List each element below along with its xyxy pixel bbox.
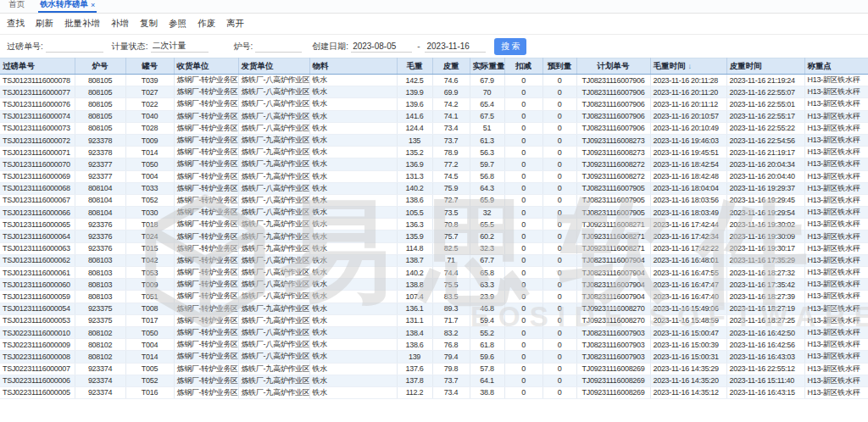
tab-molten-iron-transfer-weigh-order[interactable]: 铁水转序磅单 × xyxy=(38,0,97,13)
col-header-expected[interactable]: 预到量 xyxy=(542,58,576,75)
cell-expected: 0 xyxy=(542,242,576,254)
cell-weigh-no: TSJ02231116000010 xyxy=(0,326,75,338)
table-row[interactable]: TSJ02231116000008808102T014炼钢厂-转炉业务区炼铁厂-… xyxy=(0,351,868,363)
cell-gross: 131.3 xyxy=(397,170,432,182)
cell-sender: 炼铁厂-八高炉作业区 xyxy=(238,86,309,98)
cell-weigh-point: H13-新区铁水秤 xyxy=(804,207,868,219)
cell-net: 67.5 xyxy=(470,110,504,122)
table-row[interactable]: TSJ01231116000063923376T015炼钢厂-转炉业务区炼铁厂-… xyxy=(0,242,868,254)
col-header-material[interactable]: 物料 xyxy=(309,58,397,75)
tab-home[interactable]: 首页 xyxy=(7,0,26,13)
table-row[interactable]: TSJ01231116000073808105T028炼钢厂-转炉业务区炼铁厂-… xyxy=(0,122,868,134)
table-row[interactable]: TSJ01231116000072923378T009炼钢厂-转炉业务区炼铁厂-… xyxy=(0,134,868,146)
cell-net: 59.4 xyxy=(470,314,504,326)
cell-weigh-point: H13-新区铁水秤 xyxy=(804,110,868,122)
cell-gross: 139 xyxy=(397,351,432,363)
cell-weigh-no: TSJ01231116000071 xyxy=(0,147,75,158)
cell-tare-time: 2023-11-16 20:04:34 xyxy=(726,158,804,170)
weigh-orders-grid: 过磅单号炉号罐号收货单位发货单位物料毛重皮重实际重量扣减预到量计划单号毛重时间↓… xyxy=(0,58,868,399)
col-header-furnace-no[interactable]: 炉号 xyxy=(75,58,125,75)
col-header-tare[interactable]: 皮重 xyxy=(432,58,470,75)
col-header-weigh-point[interactable]: 称重点 xyxy=(804,58,868,75)
table-row[interactable]: TSJ01231116000069923377T004炼钢厂-转炉业务区炼铁厂-… xyxy=(0,170,868,182)
col-header-gross[interactable]: 毛重 xyxy=(397,58,432,75)
find-button[interactable]: 查找 xyxy=(7,18,25,30)
col-header-deduct[interactable]: 扣减 xyxy=(504,58,542,75)
cell-sender: 炼铁厂-八高炉作业区 xyxy=(238,291,309,303)
cell-weigh-no: TSJ01231116000070 xyxy=(0,158,75,170)
table-row[interactable]: TSJ01231116000066808104T030炼钢厂-转炉业务区炼铁厂-… xyxy=(0,207,868,219)
col-header-net[interactable]: 实际重量 xyxy=(470,58,504,75)
table-row[interactable]: TSJ01231116000070923377T050炼钢厂-转炉业务区炼铁厂-… xyxy=(0,158,868,170)
cell-receiver: 炼钢厂-转炉业务区 xyxy=(174,110,238,122)
table-row[interactable]: TSJ02231116000010808102T050炼钢厂-转炉业务区炼铁厂-… xyxy=(0,326,868,338)
cell-net: 61.3 xyxy=(470,134,504,146)
table-row[interactable]: TSJ01231116000054923375T008炼钢厂-转炉业务区炼铁厂-… xyxy=(0,303,868,314)
table-row[interactable]: TSJ02231116000005923374T016炼钢厂-转炉业务区炼铁厂-… xyxy=(0,386,868,398)
copy-button[interactable]: 复制 xyxy=(140,18,158,30)
col-header-plan-no[interactable]: 计划单号 xyxy=(576,58,650,75)
col-header-ladle-no[interactable]: 罐号 xyxy=(125,58,174,75)
leave-button[interactable]: 离开 xyxy=(226,18,244,30)
add-button[interactable]: 补增 xyxy=(111,18,129,30)
cell-receiver: 炼钢厂-转炉业务区 xyxy=(174,75,238,86)
cell-tare: 89.3 xyxy=(432,303,470,314)
date-to-input[interactable] xyxy=(425,40,486,53)
cell-receiver: 炼钢厂-转炉业务区 xyxy=(174,182,238,194)
furnace-no-input[interactable] xyxy=(255,40,302,53)
refresh-button[interactable]: 刷新 xyxy=(36,18,53,30)
reference-button[interactable]: 参照 xyxy=(169,18,186,30)
col-header-sender[interactable]: 发货单位 xyxy=(238,58,309,75)
cell-furnace-no: 808102 xyxy=(75,351,125,363)
table-row[interactable]: TSJ01231116000077808105T027炼钢厂-转炉业务区炼铁厂-… xyxy=(0,86,868,98)
col-header-receiver[interactable]: 收货单位 xyxy=(174,58,238,75)
col-header-weigh-no[interactable]: 过磅单号 xyxy=(0,58,75,75)
cell-ladle-no: T052 xyxy=(125,375,174,386)
cell-expected: 0 xyxy=(542,194,576,206)
cell-ladle-no: T022 xyxy=(125,98,174,110)
table-row[interactable]: TSJ01231116000068808104T033炼钢厂-转炉业务区炼铁厂-… xyxy=(0,182,868,194)
table-row[interactable]: TSJ01231116000064923376T024炼钢厂-转炉业务区炼铁厂-… xyxy=(0,230,868,242)
cell-sender: 炼铁厂-九高炉作业区 xyxy=(238,147,309,158)
cell-gross: 139.6 xyxy=(397,98,432,110)
table-row[interactable]: TSJ02231116000009808102T004炼钢厂-转炉业务区炼铁厂-… xyxy=(0,339,868,351)
table-row[interactable]: TSJ01231116000059808103T051炼钢厂-转炉业务区炼铁厂-… xyxy=(0,291,868,303)
table-row[interactable]: TSJ01231116000061808103T053炼钢厂-转炉业务区炼铁厂-… xyxy=(0,267,868,279)
cell-gross: 142.5 xyxy=(397,75,432,86)
batch-add-button[interactable]: 批量补增 xyxy=(64,18,100,30)
col-header-gross-time[interactable]: 毛重时间↓ xyxy=(650,58,726,75)
col-header-tare-time[interactable]: 皮重时间 xyxy=(726,58,804,75)
table-row[interactable]: TSJ01231116000060808103T009炼钢厂-转炉业务区炼铁厂-… xyxy=(0,279,868,291)
table-row[interactable]: TSJ01231116000078808105T039炼钢厂-转炉业务区炼铁厂-… xyxy=(0,75,868,86)
table-row[interactable]: TSJ01231116000076808105T022炼钢厂-转炉业务区炼铁厂-… xyxy=(0,98,868,110)
table-row[interactable]: TSJ02231116000006923374T052炼钢厂-转炉业务区炼铁厂-… xyxy=(0,375,868,386)
cell-material: 铁水 xyxy=(309,351,397,363)
measure-status-input[interactable] xyxy=(151,40,209,53)
table-row[interactable]: TSJ01231116000074808105T040炼钢厂-转炉业务区炼铁厂-… xyxy=(0,110,868,122)
cell-expected: 0 xyxy=(542,147,576,158)
date-from-input[interactable] xyxy=(351,40,412,53)
cell-expected: 0 xyxy=(542,375,576,386)
table-row[interactable]: TSJ01231116000065923376T018炼钢厂-转炉业务区炼铁厂-… xyxy=(0,219,868,230)
cell-plan-no: TJ08231116007906 xyxy=(576,86,650,98)
table-row[interactable]: TSJ01231116000071923378T014炼钢厂-转炉业务区炼铁厂-… xyxy=(0,147,868,158)
cell-gross-time: 2023-11-16 17:42:44 xyxy=(650,219,726,230)
search-button[interactable]: 搜 索 xyxy=(494,38,526,55)
cell-expected: 0 xyxy=(542,134,576,146)
cell-deduct: 0 xyxy=(504,279,542,291)
cell-deduct: 0 xyxy=(504,291,542,303)
cell-gross-time: 2023-11-16 20:10:57 xyxy=(650,110,726,122)
close-icon[interactable]: × xyxy=(91,1,95,9)
cell-ladle-no: T009 xyxy=(125,279,174,291)
cell-tare-time: 2023-11-16 19:30:02 xyxy=(726,219,804,230)
table-row[interactable]: TSJ02231116000007923374T005炼钢厂-转炉业务区炼铁厂-… xyxy=(0,363,868,375)
cell-deduct: 0 xyxy=(504,158,542,170)
cell-deduct: 0 xyxy=(504,182,542,194)
cell-gross: 136.1 xyxy=(397,303,432,314)
weigh-no-input[interactable] xyxy=(46,40,103,53)
cell-furnace-no: 923378 xyxy=(75,147,125,158)
table-row[interactable]: TSJ01231116000067808104T052炼钢厂-转炉业务区炼铁厂-… xyxy=(0,194,868,206)
void-button[interactable]: 作废 xyxy=(198,18,215,30)
table-row[interactable]: TSJ01231116000062808103T042炼钢厂-转炉业务区炼铁厂-… xyxy=(0,254,868,266)
table-row[interactable]: TSJ01231116000053923375T017炼钢厂-转炉业务区炼铁厂-… xyxy=(0,314,868,326)
